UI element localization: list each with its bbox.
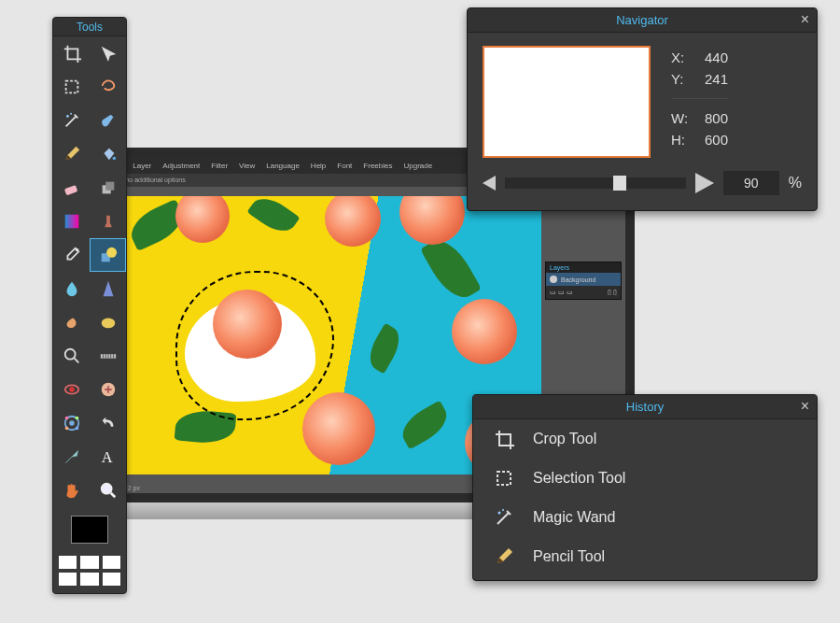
tool-text[interactable] <box>90 440 126 474</box>
measure-icon <box>99 347 118 365</box>
history-item-wand[interactable]: Magic Wand <box>473 498 817 537</box>
current-color-swatch[interactable] <box>53 507 126 552</box>
colorreplace-icon <box>63 414 81 432</box>
visibility-icon[interactable] <box>550 276 557 283</box>
redeye-icon <box>63 380 81 399</box>
layers-footer: ▭ ▭ ▭▯ ▯ <box>546 286 621 299</box>
crop-icon <box>492 429 516 449</box>
tool-bucket[interactable] <box>90 137 126 171</box>
navigator-zoom-bar[interactable]: 90 % <box>468 165 817 201</box>
close-icon[interactable]: × <box>801 398 809 415</box>
menu-upgrade[interactable]: Upgrade <box>403 162 432 170</box>
lasso-icon <box>99 78 118 96</box>
move-icon <box>99 44 118 63</box>
wand-icon <box>63 111 81 130</box>
tool-wand[interactable] <box>53 104 90 137</box>
tool-magnify[interactable] <box>90 474 126 507</box>
marquee-icon <box>492 468 516 488</box>
tool-sharpen[interactable] <box>90 272 126 305</box>
tool-colorpicker[interactable] <box>53 238 90 272</box>
stamp-icon <box>99 212 118 231</box>
tool-smudge[interactable] <box>53 305 90 339</box>
tool-heal[interactable] <box>90 373 126 406</box>
navigator-title-bar[interactable]: Navigator × <box>468 8 817 33</box>
eraser-icon <box>63 178 81 197</box>
zoom-in-icon[interactable] <box>695 173 714 193</box>
navigator-title: Navigator <box>616 13 668 27</box>
zoom-unit: % <box>789 175 802 191</box>
zoom-out-icon[interactable] <box>483 176 496 191</box>
history-item-marquee[interactable]: Selection Tool <box>473 459 817 498</box>
menu-view[interactable]: View <box>239 162 255 170</box>
magnify-icon <box>99 481 118 500</box>
history-item-crop[interactable]: Crop Tool <box>473 419 817 459</box>
history-label: Crop Tool <box>533 431 596 447</box>
sharpen-icon <box>99 279 118 298</box>
navigator-stats: X:440 Y:241 W:800 H:600 <box>671 46 728 158</box>
tools-panel-title: Tools <box>53 18 126 36</box>
menu-adjustment[interactable]: Adjustment <box>162 162 200 170</box>
layer-row-background[interactable]: Background <box>546 273 621 286</box>
crop-icon <box>63 44 81 63</box>
shapes-icon <box>99 246 118 264</box>
tool-move[interactable] <box>90 36 126 70</box>
tool-redeye[interactable] <box>53 373 90 406</box>
nav-x-value: 440 <box>705 50 728 65</box>
tool-hand[interactable] <box>53 474 90 507</box>
tool-stamp[interactable] <box>90 205 126 238</box>
menu-font[interactable]: Font <box>337 162 352 170</box>
history-panel[interactable]: History × Crop ToolSelection ToolMagic W… <box>472 394 818 581</box>
tool-blur[interactable] <box>53 272 90 305</box>
bucket-icon <box>99 145 118 163</box>
zoom-icon <box>63 347 81 365</box>
zoom-slider-thumb[interactable] <box>613 176 626 191</box>
lasso-selection[interactable] <box>175 271 334 420</box>
rotate-icon <box>99 414 118 432</box>
tool-colorreplace[interactable] <box>53 406 90 440</box>
tools-panel[interactable]: Tools <box>52 17 127 594</box>
gradient-icon <box>63 212 81 231</box>
tool-shapes[interactable] <box>90 238 126 272</box>
menu-language[interactable]: Language <box>266 162 300 170</box>
tool-measure[interactable] <box>90 339 126 373</box>
hand-icon <box>63 481 81 500</box>
navigator-thumbnail[interactable] <box>483 46 651 158</box>
marquee-icon <box>63 78 81 96</box>
tool-pencil[interactable] <box>53 137 90 171</box>
navigator-panel[interactable]: Navigator × X:440 Y:241 W:800 H:600 90 % <box>467 7 818 211</box>
pen-icon <box>63 447 81 466</box>
tool-eraser[interactable] <box>53 171 90 205</box>
layers-panel-title: Layers <box>546 262 621 273</box>
zoom-value[interactable]: 90 <box>723 171 779 195</box>
heal-icon <box>99 380 118 399</box>
menu-layer[interactable]: Layer <box>133 162 151 170</box>
tool-rotate[interactable] <box>90 406 126 440</box>
layers-panel[interactable]: Layers Background ▭ ▭ ▭▯ ▯ <box>545 262 622 300</box>
pencil-icon <box>63 145 81 163</box>
brush-icon <box>99 111 118 130</box>
tool-marquee[interactable] <box>53 70 90 104</box>
tool-sponge[interactable] <box>90 305 126 339</box>
tool-brush[interactable] <box>90 104 126 137</box>
history-label: Magic Wand <box>533 509 615 526</box>
nav-h-value: 600 <box>705 132 728 148</box>
tool-gradient[interactable] <box>53 205 90 238</box>
history-item-pencil[interactable]: Pencil Tool <box>473 537 817 576</box>
close-icon[interactable]: × <box>801 11 809 28</box>
menu-freebies[interactable]: Freebies <box>363 162 392 170</box>
color-swatches[interactable] <box>53 552 126 593</box>
history-title: History <box>626 400 664 414</box>
sponge-icon <box>99 313 118 332</box>
menu-filter[interactable]: Filter <box>211 162 228 170</box>
menu-help[interactable]: Help <box>311 162 326 170</box>
tool-pen[interactable] <box>53 440 90 474</box>
tool-lasso[interactable] <box>90 70 126 104</box>
tool-zoom[interactable] <box>53 339 90 373</box>
text-icon <box>99 447 118 466</box>
pencil-icon <box>492 546 516 567</box>
tool-crop[interactable] <box>53 36 90 70</box>
zoom-slider[interactable] <box>505 177 686 189</box>
history-title-bar[interactable]: History × <box>473 395 817 419</box>
tool-clone[interactable] <box>90 171 126 205</box>
wand-icon <box>492 507 516 528</box>
